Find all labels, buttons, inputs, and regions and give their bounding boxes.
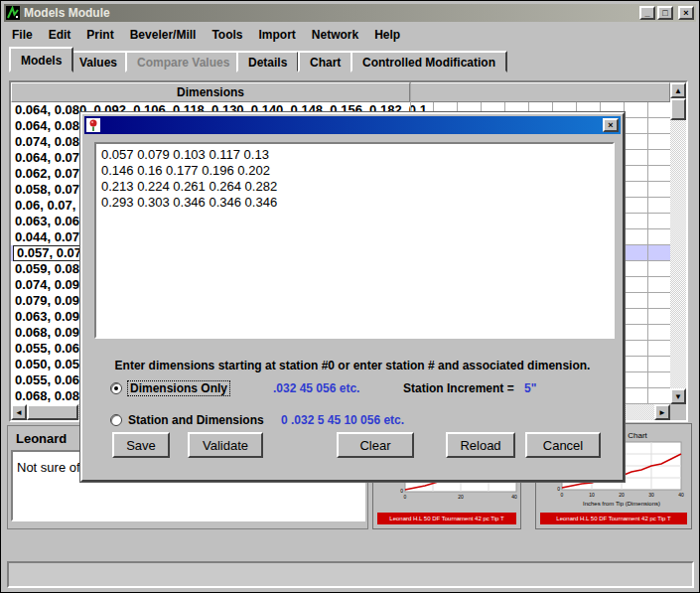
menu-edit[interactable]: Edit: [41, 26, 79, 44]
dimensions-textarea[interactable]: 0.057 0.079 0.103 0.117 0.13 0.146 0.16 …: [94, 142, 615, 339]
station-dimensions-example: 0 .032 5 45 10 056 etc.: [281, 413, 404, 427]
xtick-label: 40: [678, 492, 684, 498]
dimensions-only-radio[interactable]: [110, 382, 122, 394]
xtick-label: 20: [619, 492, 625, 498]
scrollbar-corner: [670, 404, 686, 420]
menu-import[interactable]: Import: [251, 26, 304, 44]
clear-button[interactable]: Clear: [337, 432, 414, 458]
column-header-blank[interactable]: [410, 82, 670, 102]
dimensions-entry-dialog: × 0.057 0.079 0.103 0.117 0.13 0.146 0.1…: [80, 112, 625, 482]
vertical-scrollbar[interactable]: ▲ ▼: [670, 82, 686, 404]
station-increment-label: Station Increment =: [403, 381, 514, 395]
dimensions-only-row: Dimensions Only .032 45 056 etc. Station…: [82, 380, 623, 398]
titlebar[interactable]: Models Module _ □ ×: [4, 4, 696, 22]
textarea-line: 0.213 0.224 0.261 0.264 0.282: [101, 179, 608, 195]
column-header-dimensions[interactable]: Dimensions: [11, 82, 410, 102]
tab-controlled-modification[interactable]: Controlled Modification: [350, 51, 507, 73]
dialog-button-row: Save Validate Clear Reload Cancel: [82, 432, 623, 460]
textarea-line: 0.293 0.303 0.346 0.346 0.346: [101, 195, 608, 211]
reload-button[interactable]: Reload: [446, 432, 515, 458]
dimensions-only-label[interactable]: Dimensions Only: [128, 381, 229, 395]
xtick-label: 30: [648, 492, 654, 498]
xaxis-label: Inches from Tip (Dimensions): [583, 501, 660, 507]
menu-tools[interactable]: Tools: [204, 26, 250, 44]
tab-details[interactable]: Details: [236, 51, 299, 73]
menu-help[interactable]: Help: [366, 26, 408, 44]
station-increment-value: 5": [524, 381, 536, 395]
bottom-notes-area[interactable]: [7, 561, 694, 588]
xtick-label: 0: [561, 492, 564, 498]
validate-button[interactable]: Validate: [188, 432, 263, 458]
scroll-left-button[interactable]: ◄: [11, 404, 27, 420]
station-dimensions-row: Station and Dimensions 0 .032 5 45 10 05…: [82, 412, 623, 430]
tab-models[interactable]: Models: [9, 47, 73, 73]
textarea-line: 0.057 0.079 0.103 0.117 0.13: [101, 147, 608, 163]
scroll-right-button[interactable]: ►: [654, 404, 670, 420]
menu-file[interactable]: File: [4, 26, 41, 44]
dialog-icon: [86, 118, 100, 132]
window-title: Models Module: [24, 6, 639, 20]
station-dimensions-label[interactable]: Station and Dimensions: [128, 413, 264, 427]
cancel-button[interactable]: Cancel: [525, 432, 601, 458]
save-button[interactable]: Save: [112, 432, 170, 458]
chart-caption: Leonard H.L 50 DF Tournament 42 pc Tip T: [377, 513, 516, 524]
horizontal-scroll-thumb[interactable]: [27, 404, 78, 420]
xtick-label: 40: [511, 494, 517, 500]
menu-network[interactable]: Network: [304, 26, 366, 44]
tab-compare-values[interactable]: Compare Values: [125, 51, 241, 73]
chart-caption: Leonard H.L 50 DF Tournament 42 pc Tip T: [540, 513, 687, 524]
table-header-row: Dimensions: [11, 82, 670, 102]
tab-chart[interactable]: Chart: [298, 51, 352, 73]
tab-bar: Models Values Compare Values Details Cha…: [4, 47, 696, 73]
menu-print[interactable]: Print: [78, 26, 121, 44]
menubar: File Edit Print Beveler/Mill Tools Impor…: [4, 24, 696, 45]
app-icon: [6, 6, 20, 20]
app-window: Models Module _ □ × File Edit Print Beve…: [0, 0, 700, 593]
menu-beveler-mill[interactable]: Beveler/Mill: [122, 26, 205, 44]
scroll-up-button[interactable]: ▲: [670, 82, 686, 98]
xtick-label: 20: [458, 494, 464, 500]
station-dimensions-radio[interactable]: [110, 414, 122, 426]
xtick-label: 0: [404, 494, 407, 500]
dialog-instruction: Enter dimensions starting at station #0 …: [82, 359, 623, 372]
model-name-label: Leonard: [16, 431, 67, 446]
dialog-close-button[interactable]: ×: [603, 118, 619, 132]
maximize-button[interactable]: □: [657, 6, 673, 20]
close-button[interactable]: ×: [678, 6, 694, 20]
xtick-label: 10: [589, 492, 595, 498]
dimensions-only-example: .032 45 056 etc.: [273, 381, 359, 395]
dialog-titlebar[interactable]: ×: [84, 116, 621, 134]
tab-values[interactable]: Values: [68, 51, 129, 73]
minimize-button[interactable]: _: [639, 6, 655, 20]
vertical-scroll-thumb[interactable]: [670, 98, 686, 120]
scroll-down-button[interactable]: ▼: [670, 388, 686, 404]
window-controls: _ □ ×: [639, 6, 694, 20]
textarea-line: 0.146 0.16 0.177 0.196 0.202: [101, 163, 608, 179]
